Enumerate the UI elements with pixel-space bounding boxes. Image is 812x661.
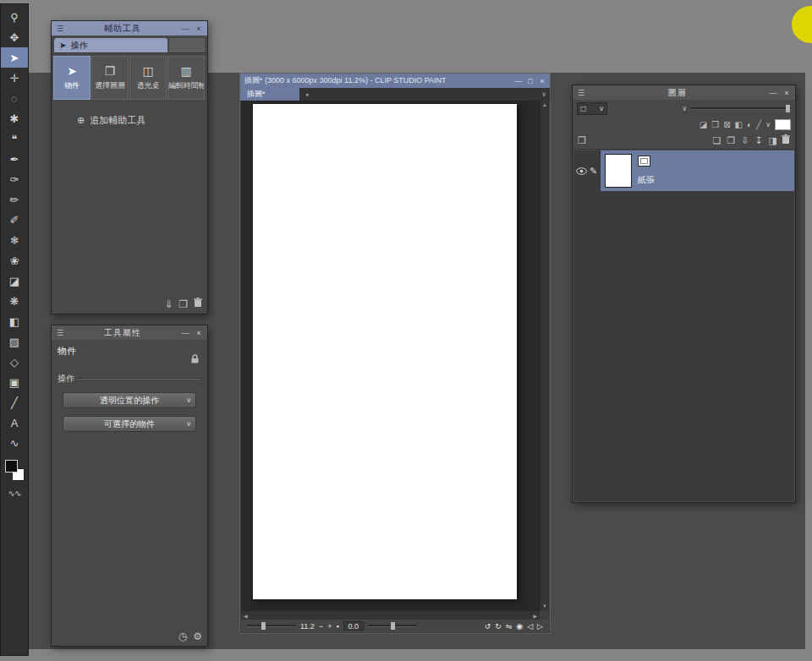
enable-mask-icon[interactable]: ◐ bbox=[747, 120, 752, 129]
opacity-slider[interactable] bbox=[691, 107, 791, 110]
zoom-in-button[interactable]: + bbox=[327, 622, 332, 631]
figure-tool-button[interactable]: ◇ bbox=[1, 352, 28, 372]
close-button[interactable]: × bbox=[193, 25, 205, 33]
prev-page-icon[interactable]: ◁ bbox=[527, 622, 533, 631]
rotation-slider-handle[interactable] bbox=[391, 622, 395, 630]
move-layer-tool-button[interactable]: ✛ bbox=[1, 68, 28, 88]
hand-tool-button[interactable]: ✥ bbox=[1, 27, 28, 47]
layer-color-chevron-icon[interactable]: ∨ bbox=[765, 121, 771, 128]
clip-to-layer-below-icon[interactable]: ◪ bbox=[700, 120, 707, 129]
duplicate-subtool-icon[interactable]: ❐ bbox=[178, 298, 188, 310]
pen-tool-button[interactable]: ✒ bbox=[1, 149, 28, 169]
fill-tool-button[interactable]: ◧ bbox=[1, 311, 28, 331]
delete-layer-icon[interactable] bbox=[782, 134, 790, 146]
create-layer-mask-icon[interactable]: ◨ bbox=[769, 135, 777, 146]
zoom-tool-button[interactable]: ⚲ bbox=[1, 7, 28, 27]
panel-menu-icon[interactable]: ☰ bbox=[575, 89, 587, 97]
layer-thumbnail[interactable] bbox=[605, 154, 632, 188]
overlay-badge[interactable] bbox=[792, 6, 812, 43]
reference-layer-icon[interactable]: ❒ bbox=[711, 120, 719, 129]
panel-menu-icon[interactable]: ☰ bbox=[54, 25, 66, 33]
subtool-edit-timeline-button[interactable]: ▥ 編輯時間軸 bbox=[167, 56, 205, 100]
layer-name[interactable]: 紙張 bbox=[638, 174, 655, 186]
stopwatch-icon[interactable]: ◷ bbox=[178, 631, 187, 642]
subtool-panel-titlebar[interactable]: ☰ 輔助工具 — × bbox=[52, 21, 207, 36]
document-titlebar[interactable]: 插圖* (3000 x 6000px 300dpi 11.2%) - CLIP … bbox=[240, 74, 550, 88]
scroll-left-icon[interactable]: ◀ bbox=[244, 613, 248, 619]
foreground-color-swatch[interactable] bbox=[5, 460, 18, 473]
opacity-combo-chevron-icon[interactable]: ∨ bbox=[682, 105, 687, 112]
transfer-to-lower-icon[interactable]: ⇩ bbox=[741, 135, 749, 146]
scroll-down-icon[interactable]: ▼ bbox=[542, 604, 547, 609]
merge-with-lower-icon[interactable]: ↧ bbox=[754, 135, 762, 146]
minimize-button[interactable]: — bbox=[767, 89, 779, 97]
horizontal-scrollbar[interactable]: ◀ ▶ bbox=[241, 610, 540, 620]
next-page-icon[interactable]: ▷ bbox=[537, 622, 543, 631]
new-layer-folder-icon[interactable]: ❐ bbox=[727, 135, 735, 146]
delete-subtool-icon[interactable] bbox=[194, 298, 202, 310]
airbrush-tool-button[interactable]: ❄ bbox=[1, 230, 28, 250]
zoom-slider-handle[interactable] bbox=[261, 622, 266, 630]
transparent-area-operation-select[interactable]: 透明位置的操作 ∨ bbox=[63, 392, 196, 408]
fit-to-screen-button[interactable]: ▪ bbox=[336, 622, 338, 631]
close-button[interactable]: × bbox=[193, 329, 205, 337]
rotation-slider[interactable] bbox=[368, 625, 417, 627]
reset-view-icon[interactable]: ◉ bbox=[516, 622, 523, 631]
maximize-button[interactable]: □ bbox=[524, 77, 536, 85]
close-button[interactable]: × bbox=[781, 89, 793, 97]
close-button[interactable]: × bbox=[536, 77, 548, 85]
selectable-object-select[interactable]: 可選擇的物件 ∨ bbox=[63, 416, 196, 432]
text-tool-button[interactable]: A bbox=[1, 412, 28, 433]
layer-row-paper[interactable]: ✎ 紙張 bbox=[573, 150, 794, 191]
ruler-tool-button[interactable]: ╱ bbox=[1, 392, 28, 412]
pencil-tool-button[interactable]: ✏ bbox=[1, 189, 28, 210]
subtool-object-button[interactable]: ➤ 物件 bbox=[53, 56, 91, 100]
tool-property-titlebar[interactable]: ☰ 工具屬性 — × bbox=[52, 325, 207, 340]
tab-overflow-chevron-icon[interactable]: ∨ bbox=[541, 90, 546, 98]
gradient-tool-button[interactable]: ▨ bbox=[1, 331, 28, 352]
scroll-right-icon[interactable]: ▶ bbox=[533, 613, 537, 619]
panel-menu-icon[interactable]: ☰ bbox=[54, 329, 66, 337]
lock-layer-icon[interactable]: ⊠ bbox=[723, 120, 730, 129]
scroll-up-icon[interactable]: ▲ bbox=[542, 102, 547, 107]
minimize-button[interactable]: — bbox=[179, 329, 191, 337]
decoration-tool-button[interactable]: ❀ bbox=[1, 250, 28, 270]
tool-category-tab-operation[interactable]: ➤ 操作 bbox=[54, 38, 167, 52]
zoom-out-button[interactable]: − bbox=[319, 622, 323, 631]
blend-tool-button[interactable]: ❋ bbox=[1, 291, 28, 311]
line-correct-tool-button[interactable]: ∿ bbox=[1, 433, 28, 453]
frame-border-tool-button[interactable]: ▣ bbox=[1, 372, 28, 392]
balloon-tool-button[interactable]: ❝ bbox=[1, 128, 28, 149]
rotate-right-icon[interactable]: ↻ bbox=[495, 622, 502, 631]
minimize-button[interactable]: — bbox=[513, 77, 524, 85]
opacity-slider-handle[interactable] bbox=[786, 105, 790, 112]
subtool-select-layer-button[interactable]: ❐ 選擇圖層 bbox=[91, 56, 129, 100]
canvas-page[interactable] bbox=[253, 104, 517, 599]
operation-tool-button[interactable]: ➤ bbox=[1, 47, 28, 68]
wrench-icon[interactable]: ⚙ bbox=[193, 631, 202, 642]
minimize-button[interactable]: — bbox=[179, 25, 191, 33]
new-raster-layer-icon[interactable]: ❏ bbox=[712, 135, 721, 146]
register-subtool-icon[interactable]: ⇓ bbox=[164, 298, 173, 310]
zoom-slider[interactable] bbox=[247, 625, 296, 627]
layer-visibility-eye-icon[interactable] bbox=[576, 163, 587, 178]
rotate-left-icon[interactable]: ↺ bbox=[485, 622, 491, 631]
vertical-scrollbar[interactable]: ▲ ▼ bbox=[540, 101, 549, 610]
flip-horizontal-icon[interactable]: ⇋ bbox=[506, 622, 513, 631]
layer-row-main[interactable]: 紙張 bbox=[601, 150, 794, 191]
lock-transparent-pixels-icon[interactable]: ◧ bbox=[735, 120, 743, 129]
subtool-light-table-button[interactable]: ◫ 透光桌 bbox=[129, 56, 167, 100]
tab-illustration[interactable]: 插圖* bbox=[240, 88, 299, 101]
set-ruler-icon[interactable]: ╱ bbox=[756, 120, 761, 129]
blend-mode-combo[interactable]: ▢ ∨ bbox=[577, 102, 607, 115]
lock-icon[interactable] bbox=[190, 352, 200, 367]
layer-search-icon[interactable]: ❒ bbox=[578, 135, 586, 146]
add-subtool-button[interactable]: ⊕ 追加輔助工具 bbox=[77, 114, 207, 127]
marker-tool-button[interactable]: ✑ bbox=[1, 169, 28, 189]
auto-select-tool-button[interactable]: ✱ bbox=[1, 108, 28, 128]
brush-tool-button[interactable]: ✐ bbox=[1, 210, 28, 230]
selection-tool-button[interactable]: ◌ bbox=[1, 88, 28, 108]
eraser-tool-button[interactable]: ◪ bbox=[1, 270, 28, 291]
switch-main-color-icon[interactable]: ∿∿ bbox=[1, 489, 28, 498]
layer-panel-titlebar[interactable]: ☰ 圖層 — × bbox=[573, 85, 795, 100]
